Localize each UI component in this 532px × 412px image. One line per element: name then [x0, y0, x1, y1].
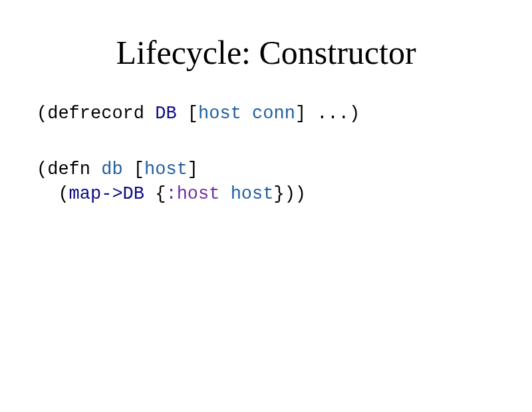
- code-token: db: [101, 159, 122, 179]
- code-line: (map->DB {:host host})): [37, 182, 495, 206]
- slide-title: Lifecycle: Constructor: [37, 33, 495, 72]
- code-block-defn: (defn db [host] (map->DB {:host host})): [37, 157, 495, 206]
- code-token: })): [273, 184, 306, 204]
- code-token: map->DB: [69, 184, 144, 204]
- code-token: host: [144, 159, 188, 179]
- code-token: (defn: [37, 159, 101, 179]
- code-token: ] ...): [295, 104, 360, 124]
- code-token: [241, 104, 252, 124]
- code-token: conn: [252, 104, 295, 124]
- code-block-defrecord: (defrecord DB [host conn] ...): [37, 102, 495, 126]
- slide-container: Lifecycle: Constructor (defrecord DB [ho…: [0, 0, 532, 271]
- code-token: (defrecord: [37, 104, 155, 124]
- code-token: [219, 184, 230, 204]
- code-token: ]: [188, 159, 198, 179]
- code-token: host: [198, 104, 241, 124]
- code-token: :host: [166, 184, 219, 204]
- code-token: DB: [155, 104, 176, 124]
- code-token: [: [177, 104, 198, 124]
- code-token: (: [37, 184, 69, 204]
- code-token: host: [231, 184, 274, 204]
- code-token: {: [144, 184, 166, 204]
- code-token: [: [123, 159, 144, 179]
- code-line: (defn db [host]: [37, 157, 495, 181]
- code-line: (defrecord DB [host conn] ...): [37, 102, 495, 126]
